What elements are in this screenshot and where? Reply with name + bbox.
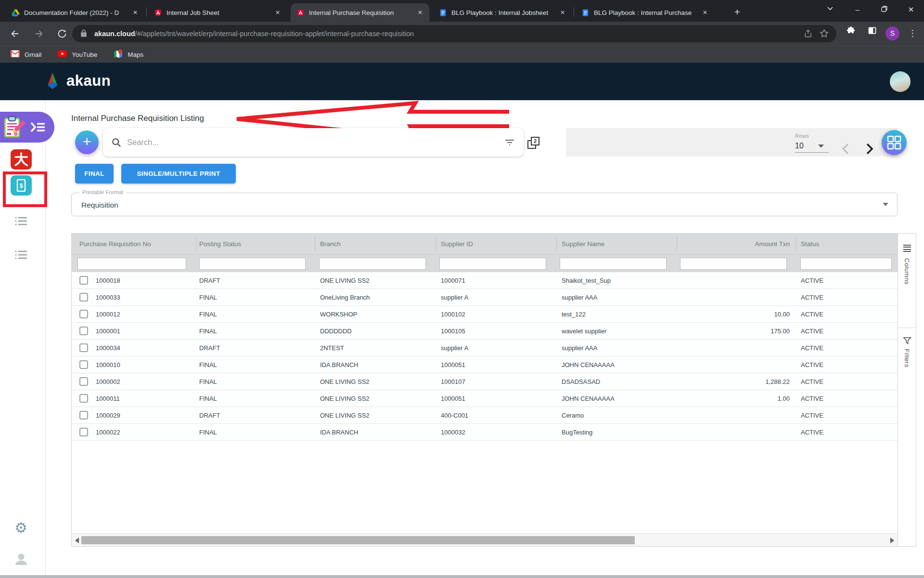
table-row[interactable]: 1000018DRAFTONE LIVING SS21000071Shaikot… [72, 272, 898, 289]
bookmark-star-icon[interactable] [819, 28, 830, 39]
table-cell: FINAL [199, 306, 217, 323]
window-close-button[interactable]: ✕ [899, 0, 923, 19]
search-box[interactable] [103, 128, 524, 157]
extensions-puzzle-icon[interactable] [843, 26, 859, 41]
reload-icon[interactable] [54, 26, 70, 42]
table-cell: WORKSHOP [320, 306, 357, 323]
scrollbar-thumb[interactable] [81, 536, 635, 544]
tab-close-icon[interactable]: ✕ [273, 8, 282, 17]
add-button[interactable]: + [75, 131, 99, 154]
col-header[interactable]: Status [801, 234, 819, 254]
printable-format-select[interactable]: Printable Format Requisition [71, 193, 898, 216]
table-cell [679, 272, 790, 289]
window-restore-button[interactable] [872, 0, 896, 19]
table-cell: test_122 [562, 306, 586, 323]
browser-tab[interactable]: BLG Playbook : Internal Purchase✕ [576, 3, 714, 22]
col-header[interactable]: Supplier Name [562, 234, 604, 254]
table-row[interactable]: 1000012FINALWORKSHOP1000102test_12210.00… [72, 306, 898, 323]
column-filter-input[interactable] [680, 258, 787, 270]
settings-gear-icon[interactable]: ⚙ [14, 521, 27, 535]
browser-tab[interactable]: Documentation Folder (2022) - D✕ [6, 3, 144, 22]
new-tab-button[interactable]: + [731, 5, 744, 19]
window-minimize-button[interactable]: – [846, 0, 870, 19]
browser-tab[interactable]: BLG Playbook : Internal Jobsheet✕ [433, 3, 572, 22]
table-cell: supplier A [441, 340, 468, 356]
table-cell: DSADSASAD [562, 373, 600, 390]
horizontal-scrollbar[interactable] [72, 533, 898, 546]
columns-panel-toggle[interactable]: Columns [898, 236, 916, 328]
table-row[interactable]: 1000002FINALONE LIVING SS21000107DSADSAS… [72, 373, 898, 390]
row-checkbox[interactable] [79, 310, 88, 318]
table-row[interactable]: 1000034DRAFT2NTESTsupplier Asupplier AAA… [72, 340, 898, 356]
dropdown-caret-icon[interactable] [883, 203, 888, 206]
column-filter-input[interactable] [319, 258, 426, 270]
row-checkbox[interactable] [79, 360, 88, 369]
rows-caret-icon[interactable] [818, 144, 824, 148]
table-row[interactable]: 1000010FINALIDA BRANCH1000051JOHN CENAAA… [72, 356, 898, 373]
row-checkbox[interactable] [79, 327, 88, 335]
tab-search-chevron-icon[interactable] [818, 0, 842, 19]
browser-profile-avatar[interactable]: S [886, 26, 899, 40]
row-checkbox[interactable] [79, 276, 88, 285]
back-icon[interactable] [7, 26, 23, 42]
final-button[interactable]: FINAL [75, 164, 114, 184]
table-row[interactable]: 1000001FINALDDDDDDD1000105wavelet suppli… [72, 323, 898, 340]
browser-tab[interactable]: Internal Purchase Requisition✕ [291, 3, 429, 22]
table-cell: 2NTEST [320, 340, 344, 356]
profile-person-icon[interactable] [14, 552, 28, 565]
multi-select-pages-icon[interactable]: 2 [527, 137, 540, 150]
sidebar-item-active-applet[interactable] [0, 112, 54, 143]
column-filter-input[interactable] [199, 258, 306, 270]
tab-close-icon[interactable]: ✕ [416, 8, 424, 17]
single-multiple-print-button[interactable]: SINGLE/MULTIPLE PRINT [121, 164, 236, 184]
column-filter-input[interactable] [800, 258, 892, 270]
next-page-chevron-icon[interactable] [863, 143, 875, 155]
bookmark-gmail[interactable]: Gmail [11, 49, 41, 60]
sidebar-item-list-2[interactable] [14, 250, 28, 260]
grid-view-button[interactable] [882, 130, 907, 155]
sidebar-item-dai-applet[interactable] [11, 149, 32, 170]
share-icon[interactable] [804, 28, 814, 39]
akaun-logo[interactable]: akaun [42, 71, 111, 91]
column-filter-input[interactable] [77, 258, 186, 270]
scroll-left-arrow-icon[interactable] [75, 538, 79, 543]
bookmark-maps[interactable]: Maps [114, 49, 143, 60]
scroll-right-arrow-icon[interactable] [890, 538, 894, 543]
tab-close-icon[interactable]: ✕ [701, 8, 709, 17]
col-header[interactable]: Supplier ID [441, 234, 473, 254]
side-panel-icon[interactable] [864, 26, 880, 41]
search-input[interactable] [127, 138, 499, 147]
col-header[interactable]: Amount Txn [679, 234, 790, 254]
table-cell: 1000033 [96, 289, 120, 306]
table-cell: DRAFT [199, 272, 220, 289]
col-header[interactable]: Branch [320, 234, 341, 254]
table-row[interactable]: 1000011FINALONE LIVING SS21000051JOHN CE… [72, 390, 898, 407]
filters-panel-toggle[interactable]: Filters [898, 328, 916, 410]
table-row[interactable]: 1000022FINALIDA BRANCH1000032BugTestingA… [72, 424, 898, 441]
column-filter-input[interactable] [439, 258, 546, 270]
bookmark-youtube[interactable]: YouTube [58, 49, 97, 60]
row-checkbox[interactable] [79, 411, 88, 420]
row-checkbox[interactable] [79, 343, 88, 352]
row-checkbox[interactable] [79, 293, 88, 302]
row-checkbox[interactable] [79, 394, 88, 403]
address-bar[interactable]: akaun.cloud/#/applets/tnt/wavelet/erp/in… [72, 25, 836, 42]
browser-tab[interactable]: Internal Job Sheet✕ [148, 3, 287, 22]
forward-icon[interactable] [31, 26, 47, 42]
col-header[interactable]: Posting Status [199, 234, 241, 254]
filter-lines-icon[interactable] [504, 138, 515, 147]
user-avatar[interactable] [890, 71, 911, 92]
column-filter-input[interactable] [560, 258, 667, 270]
browser-menu-icon[interactable]: ⋮ [905, 26, 920, 41]
requisition-table: Purchase Requisition No Posting Status B… [71, 233, 898, 547]
dai-character-icon [13, 151, 29, 168]
table-row[interactable]: 1000033FINALOneLiving Branchsupplier Asu… [72, 289, 898, 306]
row-checkbox[interactable] [79, 377, 88, 386]
sidebar-item-list-1[interactable] [14, 216, 28, 226]
prev-page-chevron-icon[interactable] [840, 143, 852, 155]
table-row[interactable]: 1000029DRAFTONE LIVING SS2400-C001Ceramo… [72, 407, 898, 424]
col-header[interactable]: Purchase Requisition No [79, 234, 151, 254]
row-checkbox[interactable] [79, 428, 88, 436]
tab-close-icon[interactable]: ✕ [131, 8, 140, 17]
tab-close-icon[interactable]: ✕ [558, 8, 567, 17]
